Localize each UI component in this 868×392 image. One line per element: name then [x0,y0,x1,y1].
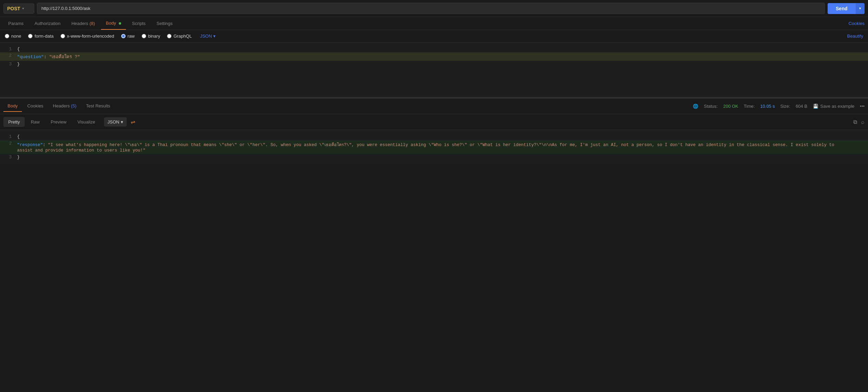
option-raw[interactable]: raw [121,34,135,39]
response-status-area: 🌐 Status: 200 OK Time: 10.05 s Size: 604… [693,104,865,109]
response-icons: ⧉ ⌕ [853,119,865,125]
save-example-button[interactable]: 💾 Save as example [813,104,855,109]
method-label: POST [7,6,20,11]
response-tabs: Body Cookies Headers (5) Test Results [3,101,114,112]
request-tabs: Params Authorization Headers (8) Body Sc… [0,17,868,30]
wrap-icon: ⇌ [131,119,135,125]
tab-authorization[interactable]: Authorization [30,17,65,29]
search-response-button[interactable]: ⌕ [861,119,865,125]
response-top-bar: Body Cookies Headers (5) Test Results 🌐 … [0,99,868,114]
format-raw[interactable]: Raw [26,117,44,127]
res-tab-body[interactable]: Body [3,101,22,112]
cookies-link[interactable]: Cookies [848,17,865,29]
body-active-dot [119,22,121,25]
beautify-button[interactable]: Beautify [847,34,863,39]
option-form-data[interactable]: form-data [28,34,54,39]
response-json-selector[interactable]: JSON ▾ [104,117,127,127]
option-graphql[interactable]: GraphQL [167,34,192,39]
send-btn-group: Send ▾ [828,3,865,14]
json-format-chevron-icon: ▾ [121,119,123,125]
res-line-2: 2 "response": "I see what's happening he… [0,140,868,154]
format-visualize[interactable]: Visualize [73,117,100,127]
url-bar: POST ▾ Send ▾ [0,0,868,17]
res-tab-cookies[interactable]: Cookies [23,101,48,112]
json-chevron-icon: ▾ [213,34,216,39]
url-input[interactable] [41,6,820,11]
req-line-1: 1 { [0,46,868,52]
wrap-button[interactable]: ⇌ [131,119,135,125]
method-selector[interactable]: POST ▾ [3,3,34,14]
format-preview[interactable]: Preview [46,117,71,127]
more-options-button[interactable]: ••• [860,104,865,109]
tab-params[interactable]: Params [3,17,28,29]
option-urlencoded[interactable]: x-www-form-urlencoded [61,34,114,39]
send-chevron-button[interactable]: ▾ [856,3,865,14]
res-line-3: 3 } [0,154,868,161]
url-input-wrapper [37,3,825,14]
response-section: Body Cookies Headers (5) Test Results 🌐 … [0,99,868,164]
req-line-3: 3 } [0,61,868,67]
res-tab-headers[interactable]: Headers (5) [49,101,81,112]
body-type-row: none form-data x-www-form-urlencoded raw… [0,30,868,42]
tab-scripts[interactable]: Scripts [127,17,151,29]
send-button[interactable]: Send [828,3,856,14]
option-binary[interactable]: binary [142,34,160,39]
globe-icon[interactable]: 🌐 [693,104,698,109]
copy-button[interactable]: ⧉ [853,119,857,125]
req-line-2: 2 "question": "เธอคือใคร ?" [0,52,868,61]
format-pretty[interactable]: Pretty [3,117,25,127]
request-code-editor[interactable]: 1 { 2 "question": "เธอคือใคร ?" 3 } [0,42,868,97]
method-chevron-icon: ▾ [22,6,24,10]
res-tab-test-results[interactable]: Test Results [82,101,114,112]
tab-headers[interactable]: Headers (8) [67,17,100,29]
tab-settings[interactable]: Settings [152,17,177,29]
tab-body[interactable]: Body [101,17,126,30]
response-format-bar: Pretty Raw Preview Visualize JSON ▾ ⇌ ⧉ … [0,114,868,130]
option-none[interactable]: none [5,34,21,39]
res-line-1: 1 { [0,133,868,140]
save-icon: 💾 [813,104,818,109]
json-selector[interactable]: JSON ▾ [200,34,216,39]
response-code-editor[interactable]: 1 { 2 "response": "I see what's happenin… [0,130,868,164]
